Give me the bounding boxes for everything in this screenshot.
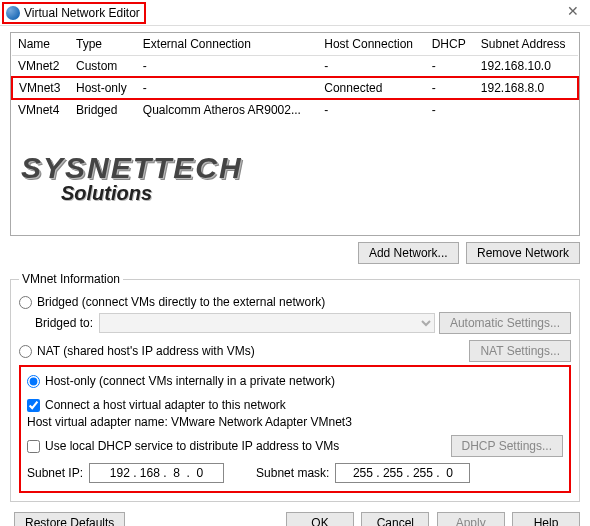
col-ext[interactable]: External Connection	[137, 33, 318, 56]
cell: Connected	[318, 77, 425, 99]
host-only-radio[interactable]	[27, 375, 40, 388]
col-name[interactable]: Name	[12, 33, 70, 56]
app-icon	[6, 6, 20, 20]
network-table: Name Type External Connection Host Conne…	[10, 32, 580, 236]
restore-defaults-button[interactable]: Restore Defaults	[14, 512, 125, 526]
cell: -	[318, 56, 425, 78]
cell: -	[137, 77, 318, 99]
nat-radio[interactable]	[19, 345, 32, 358]
cell: Bridged	[70, 99, 137, 120]
subnet-mask-label: Subnet mask:	[256, 466, 329, 480]
subnet-ip-input[interactable]	[89, 463, 224, 483]
bridged-label: Bridged (connect VMs directly to the ext…	[37, 295, 325, 309]
cell: -	[426, 56, 475, 78]
cell: 192.168.8.0	[475, 77, 578, 99]
table-row[interactable]: VMnet2 Custom - - - 192.168.10.0	[12, 56, 578, 78]
table-row[interactable]: VMnet4 Bridged Qualcomm Atheros AR9002..…	[12, 99, 578, 120]
close-icon[interactable]: ✕	[566, 4, 580, 18]
cell: Host-only	[70, 77, 137, 99]
cell	[475, 99, 578, 120]
dhcp-settings-button: DHCP Settings...	[451, 435, 563, 457]
col-host[interactable]: Host Connection	[318, 33, 425, 56]
nat-settings-button: NAT Settings...	[469, 340, 571, 362]
ok-button[interactable]: OK	[286, 512, 354, 526]
cell: 192.168.10.0	[475, 56, 578, 78]
cell: -	[137, 56, 318, 78]
cell: VMnet3	[12, 77, 70, 99]
col-dhcp[interactable]: DHCP	[426, 33, 475, 56]
cancel-button[interactable]: Cancel	[361, 512, 429, 526]
remove-network-button[interactable]: Remove Network	[466, 242, 580, 264]
cell: -	[426, 77, 475, 99]
host-only-label: Host-only (connect VMs internally in a p…	[45, 374, 335, 388]
cell: -	[318, 99, 425, 120]
logo-line2: Solutions	[61, 183, 243, 203]
subnet-ip-label: Subnet IP:	[27, 466, 83, 480]
use-dhcp-label: Use local DHCP service to distribute IP …	[45, 439, 339, 453]
cell: -	[426, 99, 475, 120]
table-row-selected[interactable]: VMnet3 Host-only - Connected - 192.168.8…	[12, 77, 578, 99]
connect-host-adapter-label: Connect a host virtual adapter to this n…	[45, 398, 286, 412]
vmnet-info-legend: VMnet Information	[19, 272, 123, 286]
bridged-to-select	[99, 313, 435, 333]
logo-watermark: SYSNETTECH Solutions	[11, 120, 579, 235]
nat-label: NAT (shared host's IP address with VMs)	[37, 344, 255, 358]
cell: Custom	[70, 56, 137, 78]
cell: VMnet4	[12, 99, 70, 120]
bridged-to-label: Bridged to:	[35, 316, 93, 330]
cell: Qualcomm Atheros AR9002...	[137, 99, 318, 120]
automatic-settings-button: Automatic Settings...	[439, 312, 571, 334]
apply-button: Apply	[437, 512, 505, 526]
subnet-mask-input[interactable]	[335, 463, 470, 483]
col-subnet[interactable]: Subnet Address	[475, 33, 578, 56]
adapter-name-label: Host virtual adapter name: VMware Networ…	[27, 415, 563, 429]
use-dhcp-checkbox[interactable]	[27, 440, 40, 453]
window-title: Virtual Network Editor	[24, 6, 140, 20]
add-network-button[interactable]: Add Network...	[358, 242, 459, 264]
connect-host-adapter-checkbox[interactable]	[27, 399, 40, 412]
logo-line1: SYSNETTECH	[21, 153, 243, 183]
col-type[interactable]: Type	[70, 33, 137, 56]
help-button[interactable]: Help	[512, 512, 580, 526]
bridged-radio[interactable]	[19, 296, 32, 309]
cell: VMnet2	[12, 56, 70, 78]
